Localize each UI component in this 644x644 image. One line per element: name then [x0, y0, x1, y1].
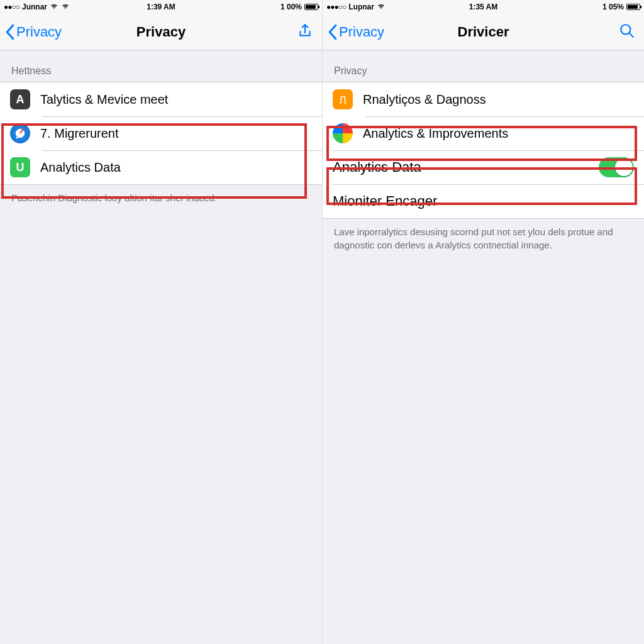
- diagnostics-icon: ⎍: [333, 89, 353, 109]
- row-label: Analytics Data: [40, 160, 121, 175]
- share-button[interactable]: [297, 23, 313, 42]
- battery-label: 1 05%: [602, 3, 624, 11]
- back-button[interactable]: Privacy: [5, 24, 62, 40]
- status-bar: ●●○○ Junnar 1:39 AM 1 00%: [0, 0, 322, 14]
- back-label: Privacy: [339, 24, 384, 40]
- analytics-icon: [333, 123, 353, 143]
- wifi-icon: [377, 3, 386, 11]
- settings-list: A Talytics & Mevice meet 7. Migrerurent …: [0, 82, 322, 185]
- shield-icon: U: [10, 157, 30, 177]
- row-label: 7. Migrerurent: [40, 126, 119, 141]
- phone-right: ●●●○○ Lupnar 1:35 AM 1 05% Privacy Drivi…: [322, 0, 644, 644]
- nav-bar: Privacy Drivicer: [323, 14, 644, 50]
- row-label: Mioniter Encager: [333, 193, 437, 209]
- section-header: Hettness: [0, 50, 322, 82]
- content-area: Privacy ⎍ Rnalytiços & Dagnoss Analytics…: [323, 50, 644, 644]
- list-row[interactable]: U Analytics Data: [0, 150, 322, 184]
- row-label: Analytics & Improvements: [363, 126, 508, 141]
- page-title: Privacy: [136, 24, 186, 40]
- chevron-left-icon: [328, 25, 338, 40]
- phone-left: ●●○○ Junnar 1:39 AM 1 00% Privacy Privac…: [0, 0, 322, 644]
- analytics-toggle[interactable]: [599, 157, 634, 177]
- list-row-toggle[interactable]: Analytics Data: [323, 150, 644, 184]
- nav-bar: Privacy Privacy: [0, 14, 322, 50]
- footer-text: Pasenchin Diagnostic looy altion itar sh…: [0, 185, 322, 211]
- back-button[interactable]: Privacy: [328, 24, 384, 40]
- search-button[interactable]: [619, 23, 635, 42]
- content-area: Hettness A Talytics & Mevice meet 7. Mig…: [0, 50, 322, 644]
- clock-label: 1:39 AM: [147, 3, 175, 11]
- list-row[interactable]: A Talytics & Mevice meet: [0, 82, 322, 116]
- battery-icon: [304, 4, 318, 10]
- wifi-icon: [50, 3, 58, 11]
- chevron-left-icon: [5, 25, 15, 40]
- row-label: Rnalytiços & Dagnoss: [363, 92, 486, 107]
- settings-list: ⎍ Rnalytiços & Dagnoss Analytics & Impro…: [323, 82, 644, 219]
- list-row[interactable]: ⎍ Rnalytiços & Dagnoss: [323, 82, 644, 116]
- signal-dots: ●●○○: [4, 3, 19, 11]
- battery-icon: [626, 4, 640, 10]
- battery-label: 1 00%: [280, 3, 302, 11]
- back-label: Privacy: [16, 24, 62, 40]
- carrier-label: Junnar: [22, 3, 47, 11]
- page-title: Drivicer: [458, 24, 509, 40]
- status-bar: ●●●○○ Lupnar 1:35 AM 1 05%: [323, 0, 644, 14]
- list-row[interactable]: Analytics & Improvements: [323, 116, 644, 150]
- wifi-icon: [61, 3, 70, 11]
- safari-icon: [10, 123, 30, 143]
- carrier-label: Lupnar: [348, 3, 374, 11]
- share-icon: [297, 23, 313, 39]
- search-icon: [619, 23, 635, 39]
- app-icon: A: [10, 89, 30, 109]
- row-label: Analytics Data: [333, 159, 421, 175]
- row-label: Talytics & Mevice meet: [40, 92, 168, 107]
- signal-dots: ●●●○○: [326, 3, 346, 11]
- section-header: Privacy: [323, 50, 644, 82]
- list-row[interactable]: Mioniter Encager: [323, 184, 644, 218]
- footer-text: Lave inporralytics desusing scornd put n…: [323, 219, 644, 258]
- list-row[interactable]: 7. Migrerurent: [0, 116, 322, 150]
- clock-label: 1:35 AM: [469, 3, 498, 11]
